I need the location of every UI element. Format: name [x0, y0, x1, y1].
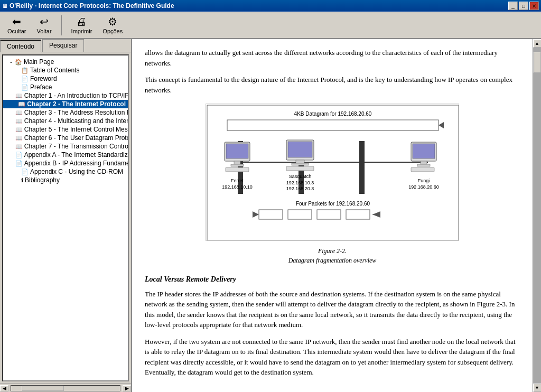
svg-rect-5: [359, 141, 365, 194]
tree-item-appC[interactable]: 📄 Appendix C - Using the CD-ROM: [3, 167, 128, 176]
horizontal-scrollbar[interactable]: ◀ ▶: [0, 384, 131, 392]
book-icon: 📖: [15, 135, 23, 142]
tabs-row: Conteúdo Pesquisar: [0, 39, 131, 52]
doc-icon: 📄: [21, 76, 29, 82]
window-controls[interactable]: _ □ ✕: [508, 2, 539, 10]
expand-icon: [14, 169, 21, 175]
tree-item-main-page[interactable]: - 🏠 Main Page: [3, 58, 128, 66]
vscroll-track[interactable]: [533, 48, 541, 384]
tree-item-ch7[interactable]: 📖 Chapter 7 - The Transmission Control P…: [3, 142, 128, 151]
tree-label: Chapter 6 - The User Datagram Protoco...: [24, 134, 128, 142]
tree-item-appA[interactable]: 📄 Appendix A - The Internet Standardizat…: [3, 151, 128, 159]
voltar-icon: ↩: [40, 16, 49, 27]
book-icon: 📖: [15, 92, 23, 99]
tree-label: Table of Contents: [30, 67, 79, 74]
toolbar-separator-1: [61, 15, 62, 35]
paragraph3: However, if the two system are not conne…: [145, 337, 520, 378]
doc-icon: 📄: [21, 169, 29, 175]
tree-item-ch5[interactable]: 📖 Chapter 5 - The Internet Control Messa…: [3, 125, 128, 134]
paragraph1: This concept is fundamental to the desig…: [145, 74, 520, 95]
doc-icon: 📄: [15, 152, 23, 158]
doc-icon: 📄: [15, 160, 23, 167]
left-panel: Conteúdo Pesquisar - 🏠 Main Page 📋 Table…: [0, 39, 132, 392]
ocultar-button[interactable]: ⬅ Ocultar: [4, 15, 29, 35]
svg-rect-23: [417, 164, 430, 166]
svg-text:192.168.20.3: 192.168.20.3: [286, 186, 314, 191]
book-icon: 📖: [15, 126, 23, 133]
tree-item-ch2[interactable]: 📖 Chapter 2 - The Internet Protocol: [3, 100, 128, 108]
book-icon: 📖: [15, 143, 23, 150]
tree-item-preface[interactable]: 📄 Preface: [3, 83, 128, 91]
ocultar-icon: ⬅: [12, 16, 21, 27]
title-bar: 🖥 O'Reilly - Internet Core Protocols: Th…: [0, 0, 541, 12]
section-heading: Local Versus Remote Delivery: [145, 274, 520, 285]
expand-icon: [14, 101, 18, 107]
tree-item-ch6[interactable]: 📖 Chapter 6 - The User Datagram Protoco.…: [3, 134, 128, 142]
right-panel: allows the datagram to actually get sent…: [132, 39, 541, 392]
tree-item-ch4[interactable]: 📖 Chapter 4 - Multicasting and the Inter…: [3, 117, 128, 125]
tree-item-ch3[interactable]: 📖 Chapter 3 - The Address Resolution Pro…: [3, 108, 128, 117]
tree-label: Chapter 4 - Multicasting and the Interne…: [24, 117, 128, 125]
vertical-scrollbar[interactable]: ▲ ▼: [533, 39, 541, 392]
book-icon: 📖: [18, 101, 25, 108]
ocultar-label: Ocultar: [7, 28, 26, 34]
right-wrapper: allows the datagram to actually get sent…: [132, 39, 541, 392]
svg-text:Four Packets for 192.168.20.60: Four Packets for 192.168.20.60: [296, 201, 370, 207]
svg-rect-21: [413, 144, 435, 158]
expand-icon: [14, 178, 21, 183]
svg-rect-16: [288, 142, 312, 157]
scroll-thumb[interactable]: [22, 386, 64, 391]
tree-item-foreword[interactable]: 📄 Foreword: [3, 74, 128, 83]
scroll-down-button[interactable]: ▼: [533, 384, 542, 392]
scroll-track[interactable]: [11, 385, 120, 391]
tab-conteudo[interactable]: Conteúdo: [0, 40, 41, 52]
svg-rect-14: [226, 167, 249, 172]
close-button[interactable]: ✕: [529, 2, 539, 10]
figure-caption: Figure 2-2. Datagram fragmentation overv…: [145, 246, 520, 265]
toolbar: ⬅ Ocultar ↩ Voltar 🖨 Imprimir ⚙ Opções: [0, 12, 541, 39]
toc-icon: 📋: [21, 67, 29, 74]
book-icon: 📖: [15, 109, 23, 116]
imprimir-button[interactable]: 🖨 Imprimir: [68, 15, 96, 35]
tab-pesquisar[interactable]: Pesquisar: [42, 39, 84, 52]
scroll-left-button[interactable]: ◀: [0, 385, 8, 391]
tree-label: Chapter 1 - An Introduction to TCP/IP: [24, 92, 128, 99]
doc-icon: 📄: [21, 84, 29, 91]
voltar-label: Voltar: [36, 28, 51, 34]
figure-container: 4KB Datagram for 192.168.20.60: [145, 104, 520, 265]
svg-rect-22: [421, 161, 427, 164]
imprimir-label: Imprimir: [71, 28, 92, 34]
scroll-right-button[interactable]: ▶: [123, 385, 131, 391]
minimize-button[interactable]: _: [508, 2, 518, 10]
scroll-up-button[interactable]: ▲: [533, 39, 542, 48]
expand-icon: [14, 76, 21, 82]
svg-rect-12: [234, 161, 240, 164]
svg-rect-19: [286, 166, 314, 171]
tree-item-appB[interactable]: 📄 Appendix B - IP Addressing Fundament..…: [3, 159, 128, 167]
network-diagram: 4KB Datagram for 192.168.20.60: [206, 104, 459, 241]
vscroll-thumb[interactable]: [534, 52, 541, 73]
tree-label: Chapter 5 - The Internet Control Messa..…: [24, 126, 128, 133]
info-icon: ℹ: [21, 177, 23, 184]
tree-label: Preface: [30, 83, 52, 91]
svg-rect-18: [292, 163, 309, 165]
intro-text: allows the datagram to actually get sent…: [145, 48, 520, 68]
maximize-button[interactable]: □: [519, 2, 528, 10]
expand-icon: [14, 85, 21, 90]
opcoes-button[interactable]: ⚙ Opções: [99, 15, 126, 35]
window-title: O'Reilly - Internet Core Protocols: The …: [10, 2, 174, 10]
tree-item-toc[interactable]: 📋 Table of Contents: [3, 66, 128, 74]
svg-text:4KB Datagram for 192.168.20.60: 4KB Datagram for 192.168.20.60: [294, 111, 372, 117]
tree-item-ch1[interactable]: 📖 Chapter 1 - An Introduction to TCP/IP: [3, 91, 128, 100]
main-layout: Conteúdo Pesquisar - 🏠 Main Page 📋 Table…: [0, 39, 541, 392]
svg-rect-17: [296, 160, 304, 163]
tree-item-bibliography[interactable]: ℹ Bibliography: [3, 176, 128, 184]
svg-text:192.168.10.10: 192.168.10.10: [222, 184, 253, 190]
tree-label: Bibliography: [25, 176, 60, 184]
expand-icon: [14, 68, 21, 73]
voltar-button[interactable]: ↩ Voltar: [33, 15, 54, 35]
svg-text:Ferret: Ferret: [231, 178, 244, 183]
tree-label: Appendix C - Using the CD-ROM: [30, 168, 123, 175]
opcoes-icon: ⚙: [108, 16, 117, 27]
svg-rect-13: [231, 164, 244, 166]
